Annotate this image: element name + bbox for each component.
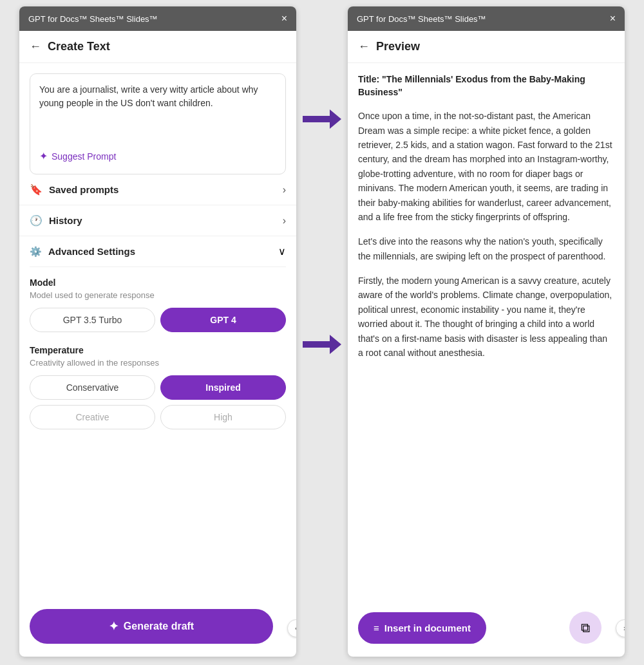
suggest-prompt-label: Suggest Prompt xyxy=(52,151,116,162)
left-back-arrow[interactable]: ← xyxy=(30,40,41,53)
preview-paragraph-1: Once upon a time, in the not-so-distant … xyxy=(358,109,614,224)
preview-article-title: Title: "The Millennials' Exodus from the… xyxy=(358,73,614,98)
history-arrow: › xyxy=(283,215,286,227)
bottom-arrow xyxy=(303,335,341,354)
right-back-arrow[interactable]: ← xyxy=(358,40,370,53)
temp-creative-button[interactable]: Creative xyxy=(30,405,155,429)
advanced-settings-section: ⚙️ Advanced Settings ∨ Model Model used … xyxy=(19,236,296,453)
insert-document-button[interactable]: ≡ Insert in document xyxy=(358,612,486,644)
settings-icon: ⚙️ xyxy=(30,246,42,258)
saved-prompts-label: Saved prompts xyxy=(49,184,118,195)
temperature-options: Conservative Inspired Creative High xyxy=(30,375,286,429)
right-page-title: Preview xyxy=(376,40,420,53)
advanced-settings-label: Advanced Settings xyxy=(48,246,135,257)
advanced-settings-content: Model Model used to generate response GP… xyxy=(30,267,286,453)
temp-inspired-button[interactable]: Inspired xyxy=(160,375,286,400)
preview-paragraph-3: Firstly, the modern young American is a … xyxy=(358,274,614,360)
saved-prompts-arrow: › xyxy=(283,184,286,196)
temperature-label: Temperature xyxy=(30,345,286,355)
left-panel-title: GPT for Docs™ Sheets™ Slides™ xyxy=(28,14,158,24)
preview-content: Title: "The Millennials' Exodus from the… xyxy=(348,63,625,380)
left-panel: GPT for Docs™ Sheets™ Slides™ × ← Create… xyxy=(19,6,296,657)
left-panel-close-button[interactable]: × xyxy=(281,13,287,24)
model-sublabel: Model used to generate response xyxy=(30,290,286,300)
svg-rect-2 xyxy=(303,341,332,348)
right-sub-header: ← Preview xyxy=(348,31,625,63)
generate-draft-button[interactable]: ✦ Generate draft xyxy=(30,609,273,644)
temperature-section: Temperature Creativity allowed in the re… xyxy=(30,345,286,429)
svg-marker-1 xyxy=(330,109,341,129)
right-panel: GPT for Docs™ Sheets™ Slides™ × ← Previe… xyxy=(348,6,625,657)
right-collapse-icon: › xyxy=(623,624,625,633)
left-collapse-button[interactable]: ‹ xyxy=(287,619,296,637)
suggest-prompt-button[interactable]: ✦ Suggest Prompt xyxy=(39,147,116,165)
insert-label: Insert in document xyxy=(384,623,471,633)
right-panel-title: GPT for Docs™ Sheets™ Slides™ xyxy=(357,14,486,24)
model-label: Model xyxy=(30,277,286,288)
temp-high-button[interactable]: High xyxy=(160,405,286,429)
advanced-settings-header[interactable]: ⚙️ Advanced Settings ∨ xyxy=(30,236,286,267)
copy-icon: ⧉ xyxy=(581,621,590,635)
prompt-input[interactable]: You are a journalist, write a very witty… xyxy=(39,83,276,141)
model-options: GPT 3.5 Turbo GPT 4 xyxy=(30,308,286,332)
bookmark-icon: 🔖 xyxy=(30,183,43,196)
left-sub-header: ← Create Text xyxy=(19,31,296,63)
history-label: History xyxy=(49,215,82,226)
left-page-title: Create Text xyxy=(48,40,110,53)
saved-prompts-item[interactable]: 🔖 Saved prompts › xyxy=(19,174,296,205)
temperature-sublabel: Creativity allowed in the responses xyxy=(30,358,286,368)
generate-label: Generate draft xyxy=(124,621,194,632)
insert-icon: ≡ xyxy=(374,623,379,633)
sparkle-icon: ✦ xyxy=(39,150,48,162)
model-gpt35-button[interactable]: GPT 3.5 Turbo xyxy=(30,308,155,332)
right-panel-close-button[interactable]: × xyxy=(610,13,616,24)
svg-rect-0 xyxy=(303,116,332,122)
temp-conservative-button[interactable]: Conservative xyxy=(30,375,155,400)
preview-content-wrapper: Title: "The Millennials' Exodus from the… xyxy=(348,63,625,657)
svg-marker-3 xyxy=(330,335,341,354)
left-panel-header: GPT for Docs™ Sheets™ Slides™ × xyxy=(19,6,296,31)
collapse-icon: ‹ xyxy=(295,624,296,633)
arrows-container xyxy=(303,6,341,354)
model-section: Model Model used to generate response GP… xyxy=(30,277,286,332)
chevron-down-icon: ∨ xyxy=(278,245,286,258)
prompt-area: You are a journalist, write a very witty… xyxy=(30,73,286,174)
copy-button[interactable]: ⧉ xyxy=(569,612,601,644)
model-gpt4-button[interactable]: GPT 4 xyxy=(160,308,286,332)
right-panel-header: GPT for Docs™ Sheets™ Slides™ × xyxy=(348,6,625,31)
history-icon: 🕐 xyxy=(30,214,43,227)
history-item[interactable]: 🕐 History › xyxy=(19,205,296,236)
top-arrow xyxy=(303,109,341,129)
generate-sparkle-icon: ✦ xyxy=(109,619,118,633)
preview-paragraph-2: Let's dive into the reasons why the nati… xyxy=(358,234,614,263)
